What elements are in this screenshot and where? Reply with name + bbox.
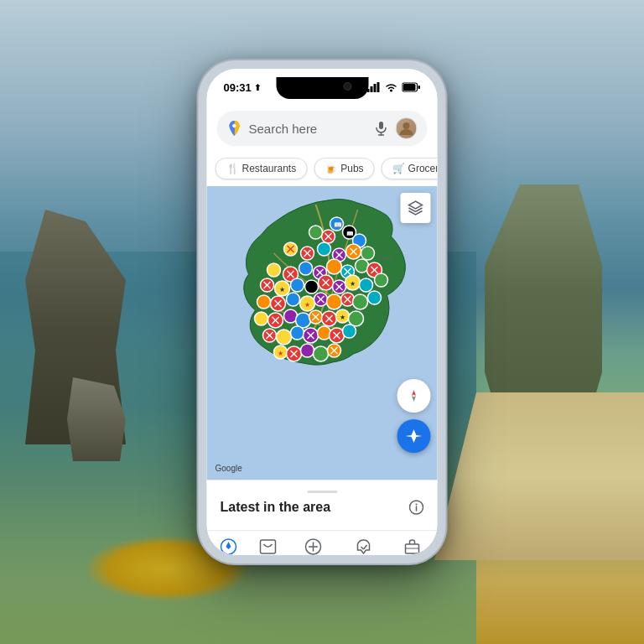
svg-rect-1 (371, 86, 373, 92)
svg-rect-2 (374, 84, 377, 92)
svg-point-105 (291, 326, 304, 340)
svg-point-21 (309, 226, 323, 239)
svg-text:Laur: Laur (379, 254, 392, 262)
status-icons (367, 82, 421, 92)
bottom-panel: Latest in the area (207, 480, 438, 530)
location-arrow-icon: ⬆ (254, 83, 261, 92)
location-button[interactable] (397, 419, 431, 453)
svg-point-69 (375, 273, 388, 287)
svg-point-120 (314, 346, 329, 361)
google-maps-logo (227, 121, 242, 136)
svg-point-11 (403, 122, 410, 129)
google-watermark: Google (216, 464, 242, 473)
svg-text:★: ★ (304, 301, 310, 309)
svg-point-68 (360, 278, 373, 292)
profile-avatar[interactable] (396, 117, 418, 139)
svg-point-109 (318, 326, 331, 340)
svg-text:★: ★ (340, 314, 345, 321)
pill-pubs[interactable]: 🍺 Pubs (314, 158, 374, 179)
camera (343, 82, 351, 91)
nav-contribute[interactable]: Contribute (293, 538, 332, 555)
svg-point-37 (267, 263, 281, 277)
pubs-icon: 🍺 (325, 163, 337, 174)
svg-point-74 (287, 293, 300, 306)
svg-point-86 (255, 312, 268, 325)
svg-text:★: ★ (350, 280, 356, 288)
latest-area-title: Latest in the area (221, 500, 331, 515)
svg-point-4 (390, 90, 392, 92)
svg-point-59 (305, 280, 319, 293)
location-icon (406, 428, 423, 444)
search-input[interactable]: Search here (249, 122, 367, 136)
layers-icon (408, 200, 424, 216)
svg-point-29 (318, 242, 331, 256)
phone-device: 09:31 ⬆ (199, 60, 446, 564)
battery-icon (402, 82, 421, 92)
svg-point-45 (327, 259, 342, 274)
svg-marker-125 (412, 396, 416, 402)
svg-text:★: ★ (279, 286, 285, 293)
svg-point-84 (353, 294, 368, 309)
layers-button[interactable] (401, 193, 431, 223)
bottom-panel-header: Latest in the area (221, 500, 424, 515)
status-time: 09:31 ⬆ (224, 81, 261, 94)
svg-point-100 (349, 311, 364, 326)
pill-restaurants[interactable]: 🍴 Restaurants (216, 158, 308, 179)
phone-screen: 09:31 ⬆ (207, 69, 438, 555)
svg-rect-3 (377, 82, 380, 92)
bottom-nav: Explore Go (207, 530, 438, 555)
notch (276, 77, 368, 99)
svg-rect-6 (403, 84, 416, 91)
svg-point-85 (368, 291, 382, 304)
svg-line-136 (364, 545, 367, 549)
svg-point-58 (291, 278, 304, 292)
go-icon (259, 538, 278, 555)
restaurant-icon: 🍴 (226, 163, 239, 174)
svg-point-128 (416, 504, 418, 506)
svg-point-36 (361, 247, 375, 260)
svg-point-104 (277, 330, 292, 345)
svg-rect-7 (418, 86, 421, 89)
svg-marker-124 (412, 390, 416, 396)
nav-go[interactable]: Go (259, 538, 278, 555)
drag-handle (307, 491, 337, 493)
svg-point-70 (257, 295, 271, 309)
info-icon[interactable] (409, 500, 424, 515)
search-bar[interactable]: Search here (217, 111, 428, 146)
svg-rect-8 (379, 122, 383, 129)
svg-text:★: ★ (278, 350, 283, 357)
svg-point-80 (327, 294, 342, 309)
category-pills: 🍴 Restaurants 🍺 Pubs 🛒 Groceries 🛏 Ho... (207, 153, 438, 186)
business-icon (403, 538, 422, 555)
pill-groceries[interactable]: 🛒 Groceries (382, 158, 438, 179)
svg-point-41 (299, 262, 313, 275)
contribute-icon (304, 538, 322, 555)
svg-text:📖: 📖 (346, 230, 354, 237)
compass-icon (406, 387, 423, 404)
compass-button[interactable] (397, 379, 431, 413)
nav-updates[interactable]: Updates (348, 538, 379, 555)
svg-text:📖: 📖 (334, 221, 342, 229)
groceries-icon: 🛒 (392, 163, 405, 174)
map-area[interactable]: Laur 📖 📖 (207, 186, 438, 480)
microphone-icon[interactable] (374, 121, 389, 136)
search-area: Search here (207, 106, 438, 153)
updates-icon (355, 538, 373, 555)
svg-marker-130 (226, 542, 231, 549)
svg-point-119 (301, 344, 314, 357)
wifi-icon (385, 82, 398, 92)
signal-icon (367, 82, 381, 92)
svg-point-113 (343, 325, 356, 338)
